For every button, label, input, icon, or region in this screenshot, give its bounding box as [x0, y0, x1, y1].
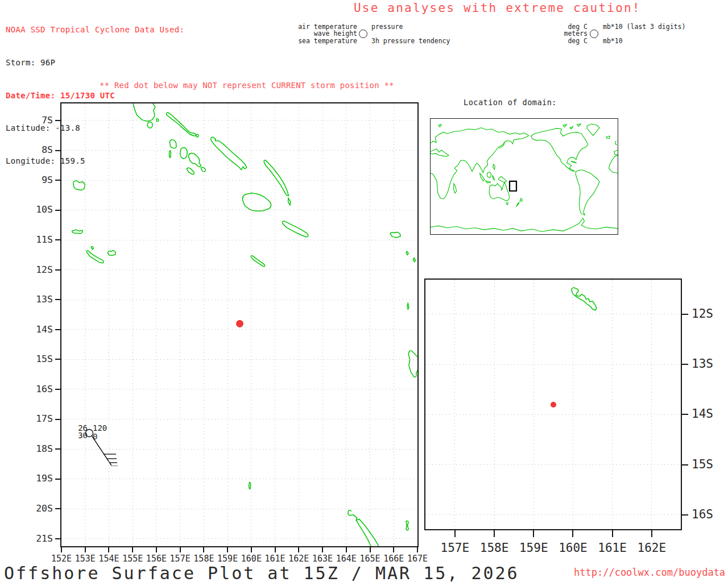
legend-wave-height-label: wave height — [284, 30, 357, 37]
lon-tick-label: 159E — [516, 541, 551, 555]
grid-line-lon — [454, 280, 455, 529]
legend-pressure-label: pressure — [371, 23, 403, 30]
station-circle-icon — [590, 30, 598, 38]
lat-tick-label: 20S — [28, 503, 53, 514]
lon-tick — [346, 547, 347, 552]
grid-line-lat — [61, 150, 417, 151]
grid-line-lat — [61, 300, 417, 300]
noaa-source-line: NOAA SSD Tropical Cyclone Data Used: — [6, 24, 184, 35]
lat-tick — [682, 514, 688, 516]
lat-tick — [682, 364, 688, 365]
lat-tick — [55, 479, 60, 480]
lat-tick — [55, 239, 60, 240]
lat-tick-label: 7S — [28, 115, 53, 126]
grid-line-lat — [425, 514, 681, 515]
domain-zoom-map: 157E158E159E160E161E162E12S13S14S15S16S — [424, 278, 682, 530]
lon-tick-label: 162E — [635, 541, 669, 555]
grid-line-lon — [494, 280, 495, 529]
coastline-west-africa-wrap — [609, 155, 618, 173]
coastline-malaita — [264, 160, 288, 196]
legend-sea-temperature-units: deg C — [515, 38, 588, 44]
grid-line-lon — [275, 103, 275, 546]
lat-tick — [55, 419, 60, 420]
coastline-new-guinea — [499, 177, 507, 182]
legend-pressure-units: mb*10 (last 3 digits) — [603, 23, 685, 30]
coastline-guadalcanal — [243, 193, 271, 211]
grid-line-lat — [61, 269, 417, 270]
coastline-new-caledonia — [348, 510, 379, 546]
lat-tick — [55, 508, 60, 509]
lon-tick — [298, 547, 299, 552]
lon-tick-label: 157E — [438, 541, 472, 555]
grid-line-lat — [61, 240, 417, 240]
grid-line-lat — [61, 120, 417, 120]
lat-tick-label: 16S — [28, 384, 53, 394]
coastline-rennell — [251, 256, 265, 267]
lat-tick — [55, 269, 60, 271]
legend-sea-temperature-label: sea temperature — [284, 38, 357, 44]
coastline-mediterranean — [431, 149, 449, 157]
grid-line-lon — [251, 103, 251, 546]
grid-line-lat — [425, 414, 681, 415]
grid-line-lon — [573, 280, 573, 529]
lat-tick-label: 14S — [28, 324, 53, 335]
lat-tick — [55, 359, 60, 360]
grid-line-lat — [61, 538, 417, 539]
sample-station-model: 26 120 30 0 — [73, 422, 125, 472]
grid-line-lon — [346, 103, 346, 546]
lon-tick — [275, 547, 276, 552]
lat-tick-label: 9S — [28, 174, 53, 185]
lat-tick-label: 18S — [28, 443, 53, 454]
coastline-bougainville — [133, 103, 155, 122]
lat-tick — [55, 389, 60, 390]
inset-map-title: Location of domain: — [464, 98, 557, 107]
lat-tick-label: 13S — [692, 357, 726, 371]
grid-line-lon — [299, 103, 299, 546]
coastline-makira — [283, 221, 308, 237]
zoom-map-canvas — [425, 280, 681, 529]
grid-line-lat — [61, 210, 417, 210]
lat-tick — [682, 464, 688, 465]
grid-line-lon — [133, 103, 133, 546]
grid-line-lat — [61, 359, 417, 360]
lat-tick-label: 12S — [28, 264, 53, 275]
lat-tick-label: 17S — [28, 413, 53, 424]
lat-tick — [55, 329, 60, 330]
sample-wind-barb-icon — [73, 422, 125, 472]
lon-tick — [370, 547, 371, 552]
grid-line-lat — [61, 329, 417, 330]
main-map-canvas: 26 120 30 0 — [61, 103, 417, 546]
coastline-antarctica — [431, 218, 618, 232]
world-inset-map — [430, 118, 618, 235]
lon-tick — [108, 547, 109, 552]
legend-pressure-tendency-units: mb*10 — [603, 38, 623, 44]
datetime-line: Date/Time: 15/1730 UTC — [6, 90, 184, 101]
storm-position-dot — [236, 320, 243, 327]
lat-tick-label: 13S — [28, 294, 53, 305]
grid-line-lon — [322, 103, 323, 546]
coastline-espiritu-santo — [408, 351, 417, 377]
lon-tick — [572, 530, 573, 537]
lon-tick-label: 160E — [556, 541, 590, 555]
coastline-eurasia-africa — [431, 128, 529, 199]
station-circle-icon — [359, 30, 367, 38]
lon-tick — [85, 547, 86, 552]
offshore-surface-plot-page: NOAA SSD Tropical Cyclone Data Used: Sto… — [0, 0, 728, 582]
grid-line-lon — [394, 103, 394, 546]
lat-tick — [55, 210, 60, 211]
grid-line-lon — [156, 103, 156, 546]
grid-line-lat — [61, 389, 417, 389]
plot-title: Offshore Surface Plot at 15Z / MAR 15, 2… — [4, 563, 519, 582]
grid-line-lon — [204, 103, 204, 546]
lon-tick — [393, 547, 394, 552]
grid-line-lon — [651, 280, 652, 529]
lat-tick-label: 15S — [28, 354, 53, 364]
lon-tick — [227, 547, 228, 552]
lon-tick — [61, 547, 62, 552]
grid-line-lat — [61, 479, 417, 479]
grid-line-lat — [61, 449, 417, 450]
legend-wave-height-units: meters — [515, 30, 588, 37]
grid-line-lat — [425, 314, 681, 314]
lon-tick — [322, 547, 323, 552]
lon-tick — [612, 530, 613, 537]
